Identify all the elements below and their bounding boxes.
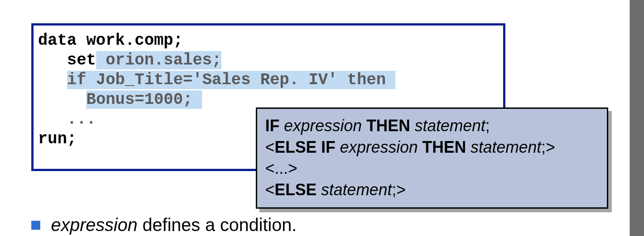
code-line-5: ... [38,110,96,129]
code-line-1: data work.comp; [38,31,183,50]
bullet-text: expression defines a condition. [51,215,297,235]
it-statement: statement [415,116,485,135]
it-statement-2: statement [470,138,541,156]
code-line-3-hl: if Job_Title='Sales Rep. IV' then [67,71,396,89]
code-line-4-pre [38,90,86,109]
code-line-6: run; [38,130,76,148]
it-expression: expression [284,116,362,135]
code-line-3-pre [38,71,67,89]
syntax-line-1: IF expression THEN statement; [265,115,599,137]
kw-else: ELSE [275,180,317,199]
code-line-2-hl: orion.sales; [96,51,222,69]
syntax-line-3: <...> [265,158,599,179]
kw-then: THEN [366,116,410,135]
kw-else-if: ELSE IF [275,138,335,156]
kw-if: IF [265,116,280,135]
slide-stage: data work.comp; set orion.sales; if Job_… [0,0,644,236]
kw-then-2: THEN [422,138,466,156]
syntax-line-2: <ELSE IF expression THEN statement;> [265,137,599,158]
bullet-square-icon [31,221,40,230]
syntax-line-4: <ELSE statement;> [265,179,599,201]
code-line-4-hl: Bonus=1000; [86,90,202,109]
bullet-rest: defines a condition. [137,215,297,235]
scrollbar-track[interactable] [630,0,644,236]
syntax-callout: IF expression THEN statement; <ELSE IF e… [256,107,608,209]
it-statement-3: statement [321,180,392,199]
bullet-term: expression [51,215,137,235]
bullet-row: expression defines a condition. [31,215,297,235]
it-expression-2: expression [340,138,418,156]
code-line-2-pre: set [38,51,96,69]
